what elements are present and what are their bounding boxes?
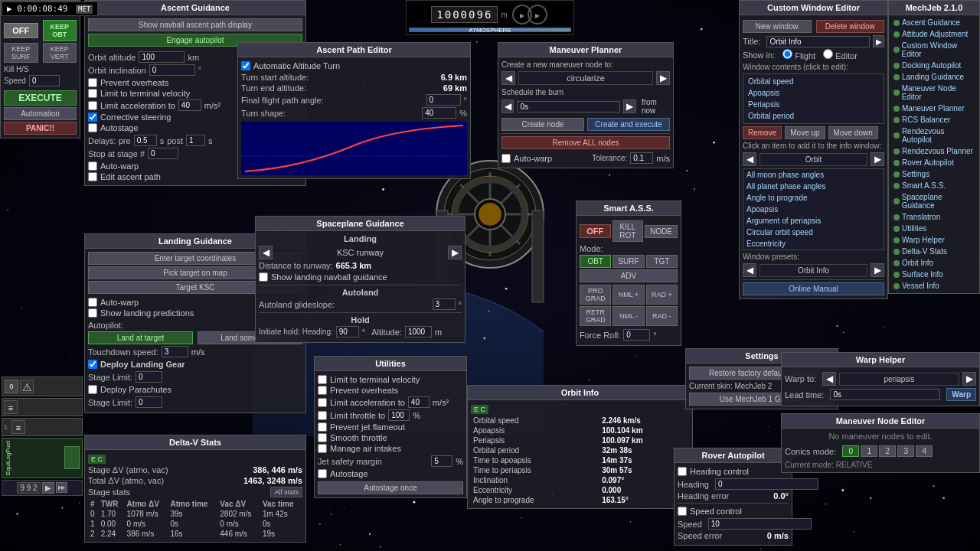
util-limit-throttle-input[interactable] [388, 409, 410, 421]
rover-heading-input[interactable] [715, 478, 818, 490]
deploy-landing-cb[interactable] [88, 360, 97, 369]
land-at-target-button[interactable]: Land at target [88, 331, 193, 344]
touchdown-input[interactable] [162, 346, 188, 357]
next-node-arrow[interactable]: ▶ [656, 71, 670, 85]
speed-ctrl-cb[interactable] [678, 507, 687, 516]
turn-shape-input[interactable] [422, 107, 456, 119]
remove-button-cwe[interactable]: Remove [743, 126, 782, 139]
jet-safety-input[interactable] [431, 455, 452, 467]
nml-minus-button[interactable]: NML - [612, 306, 644, 326]
cwe-add-item[interactable]: Eccentricity [743, 238, 884, 249]
cwe-add-item[interactable]: All moon phase angles [743, 169, 884, 181]
move-down-button[interactable]: Move down [828, 126, 878, 139]
create-execute-button[interactable]: Create and execute [587, 118, 670, 131]
heading-ctrl-cb[interactable] [678, 467, 687, 476]
online-manual-button[interactable]: Online Manual [743, 282, 884, 295]
surf-button[interactable]: SURF [612, 255, 644, 268]
edit-ascent-cb[interactable] [88, 172, 97, 181]
smooth-throttle-cb[interactable] [318, 433, 327, 442]
new-window-button[interactable]: New window [743, 20, 812, 33]
sp-show-navball-cb[interactable] [259, 272, 268, 282]
title-input-cwe[interactable] [766, 36, 870, 47]
mechjeb-item[interactable]: Vessel Info [890, 280, 978, 292]
automation-button[interactable]: Automation [4, 107, 77, 120]
auto-warp-cb[interactable] [88, 161, 97, 171]
next-warp-arrow[interactable]: ▶ [962, 372, 976, 386]
adv-button[interactable]: ADV [580, 269, 678, 282]
landing-auto-warp-cb[interactable] [88, 298, 97, 307]
retr-grad-button[interactable]: RETR GRAD [580, 306, 611, 326]
tgt-button[interactable]: TGT [646, 255, 678, 268]
warp-button[interactable]: Warp [946, 388, 976, 401]
mechjeb-item[interactable]: Spaceplane Guidance [890, 191, 978, 211]
rad-minus-button[interactable]: RAD - [646, 306, 678, 326]
prev-warp-arrow[interactable]: ◀ [822, 372, 836, 386]
delete-window-button[interactable]: Delete window [816, 20, 885, 33]
mechjeb-item[interactable]: Utilities [890, 223, 978, 234]
cwe-content-item[interactable]: Orbital period [745, 110, 882, 122]
burn-time-input[interactable] [517, 101, 620, 112]
mechjeb-item[interactable]: Warp Helper [890, 234, 978, 246]
stop-stage-input[interactable] [148, 148, 178, 159]
mechjeb-item[interactable]: Surface Info [890, 269, 978, 280]
kill-rot-button[interactable]: KILL ROT [612, 220, 644, 242]
auto-alt-cb[interactable] [241, 61, 250, 70]
pro-grad-button[interactable]: PRO GRAD [580, 285, 611, 305]
mechjeb-item[interactable]: Delta-V Stats [890, 246, 978, 257]
manage-intakes-cb[interactable] [318, 444, 327, 453]
obt-button[interactable]: OBT [580, 255, 611, 268]
editor-radio[interactable] [823, 49, 833, 59]
keep-obt-button[interactable]: KEEP OBT [43, 20, 77, 41]
mechjeb-item[interactable]: RCS Balancer [890, 114, 978, 126]
mechjeb-item[interactable]: Custom Window Editor [890, 40, 978, 60]
cwe-add-item[interactable]: Angle to prograde [743, 192, 884, 204]
glideslope-input[interactable] [433, 298, 456, 310]
execute-button[interactable]: EXECUTE [4, 90, 77, 106]
autostage-cb[interactable] [88, 123, 97, 132]
prev-runway-arrow[interactable]: ◀ [259, 246, 273, 259]
remove-all-button[interactable]: Remove ALL nodes [501, 136, 670, 149]
play-btn[interactable]: ▶ [42, 482, 54, 494]
keep-surf-button[interactable]: KEEP SURF [4, 43, 38, 63]
corrective-steering-cb[interactable] [88, 112, 97, 122]
orbit-alt-input[interactable] [139, 51, 185, 63]
mechjeb-item[interactable]: Ascent Guidance [890, 17, 978, 28]
flight-radio[interactable] [782, 49, 792, 59]
prev-cat-arrow[interactable]: ◀ [743, 152, 756, 166]
next-preset-arrow[interactable]: ▶ [871, 263, 884, 277]
move-up-button[interactable]: Move up [785, 126, 825, 139]
sass-off-button[interactable]: OFF [580, 224, 611, 238]
util-limit-accel-input[interactable] [408, 396, 430, 408]
speed-input[interactable] [29, 75, 60, 86]
conics-0-button[interactable]: 0 [842, 445, 859, 457]
mechjeb-item[interactable]: Settings [890, 168, 978, 180]
conics-4-button[interactable]: 4 [916, 445, 933, 457]
next-runway-arrow[interactable]: ▶ [448, 246, 462, 259]
conics-1-button[interactable]: 1 [861, 445, 877, 457]
panic-button[interactable]: PANIC!! [4, 122, 77, 135]
off-button[interactable]: OFF [4, 23, 38, 38]
stage-limit1-input[interactable] [136, 371, 162, 383]
mechjeb-item[interactable]: Rendezvous Planner [890, 145, 978, 157]
cwe-add-item[interactable]: All planet phase angles [743, 181, 884, 192]
cwe-add-item[interactable]: Circular orbit speed [743, 227, 884, 238]
altitude-sp-input[interactable] [405, 326, 432, 337]
mechjeb-item[interactable]: Landing Guidance [890, 71, 978, 83]
mechjeb-item[interactable]: Smart A.S.S. [890, 180, 978, 191]
mechjeb-item[interactable]: Translatron [890, 211, 978, 223]
prevent-flameout-cb[interactable] [318, 422, 327, 432]
mechjeb-item[interactable]: Rover Autopilot [890, 157, 978, 168]
all-stats-button[interactable]: All stats [270, 487, 302, 497]
cwe-content-item[interactable]: Apoapsis [745, 87, 882, 99]
delay-pre-input[interactable] [134, 135, 157, 146]
rad-plus-button[interactable]: RAD + [646, 285, 678, 305]
prev-node-arrow[interactable]: ◀ [501, 71, 515, 85]
util-limit-throttle-cb[interactable] [318, 411, 327, 420]
lead-time-input[interactable] [830, 389, 940, 400]
heading-input[interactable] [336, 326, 359, 337]
keep-vert-button[interactable]: KEEP VERT [43, 43, 77, 63]
conics-3-button[interactable]: 3 [897, 445, 914, 457]
prev-preset-arrow[interactable]: ◀ [743, 263, 756, 277]
final-fpa-input[interactable] [426, 94, 461, 106]
limit-accel-cb[interactable] [88, 101, 97, 110]
